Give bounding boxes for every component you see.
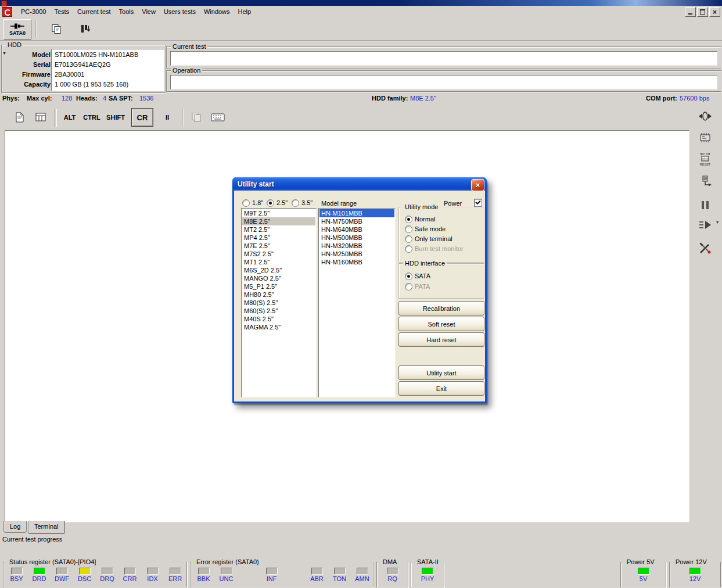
- menu-users-tests[interactable]: Users tests: [160, 6, 200, 17]
- led-abr: ABR: [306, 568, 328, 582]
- family-item[interactable]: M7E 2.5": [242, 242, 315, 250]
- restore-button[interactable]: [697, 7, 708, 17]
- exit-button[interactable]: Exit: [398, 381, 484, 396]
- led-idx: IDX: [141, 568, 164, 582]
- dialog-close-button[interactable]: [471, 179, 484, 191]
- mode-radio-safe-mode[interactable]: Safe mode: [405, 225, 446, 233]
- menu-tests[interactable]: Tests: [50, 6, 73, 17]
- model-item[interactable]: HN-M320MBB: [319, 242, 394, 250]
- shift-key-button[interactable]: SHIFT: [104, 109, 127, 126]
- family-item[interactable]: MH80 2.5": [242, 291, 315, 299]
- family-item[interactable]: M40S 2.5": [242, 315, 315, 323]
- alt-key-button[interactable]: ALT: [60, 109, 80, 126]
- tools-button[interactable]: [695, 239, 716, 257]
- size-radio-2-5[interactable]: 2.5": [267, 199, 288, 207]
- mode-radio-normal[interactable]: Normal: [405, 216, 435, 223]
- menu-tools[interactable]: Tools: [115, 6, 138, 17]
- family-item[interactable]: M5_P1 2.5": [242, 282, 315, 291]
- led-label: BBK: [197, 576, 210, 582]
- family-item[interactable]: MT1 2.5": [242, 258, 315, 266]
- script-button[interactable]: [77, 20, 94, 38]
- com-port-value: 57600 bps: [680, 94, 709, 103]
- sata-connector-icon: [10, 23, 25, 30]
- size-radio-label: 1.8": [252, 199, 263, 207]
- run-options-chevron-icon[interactable]: [716, 220, 719, 225]
- family-item[interactable]: MP4 2.5": [242, 234, 315, 242]
- family-item[interactable]: M60(S) 2.5": [242, 307, 315, 315]
- restore-icon: [700, 9, 705, 15]
- sata0-device-button[interactable]: SATA0: [3, 19, 31, 40]
- led-indicator: [422, 568, 433, 575]
- copy-button[interactable]: [48, 20, 65, 38]
- hard-reset-button[interactable]: Hard reset: [398, 332, 484, 347]
- family-item-selected[interactable]: M8E 2.5": [242, 217, 315, 225]
- power-checkbox[interactable]: [474, 199, 482, 207]
- menu-current-test[interactable]: Current test: [73, 6, 114, 17]
- interface-radio-pata: PATA: [405, 283, 430, 291]
- model-item[interactable]: HN-M640MBB: [319, 225, 394, 234]
- model-item[interactable]: HN-M160MBB: [319, 258, 394, 266]
- copy-terminal-button[interactable]: [188, 109, 205, 126]
- window-titlebar[interactable]: [0, 0, 722, 6]
- script-icon: [80, 24, 91, 34]
- utility-start-button[interactable]: Utility start: [398, 365, 484, 380]
- radio-icon: [405, 216, 412, 223]
- close-icon: [476, 181, 480, 189]
- family-listbox[interactable]: M9T 2.5" M8E 2.5" MT2 2.5" MP4 2.5" M7E …: [241, 208, 317, 397]
- pause-button[interactable]: [695, 196, 716, 214]
- radio-icon: [267, 199, 274, 207]
- led-label: TON: [333, 576, 346, 582]
- family-item[interactable]: M6S_2D 2.5": [242, 266, 315, 274]
- run-button[interactable]: [695, 216, 716, 234]
- window-controls: [685, 7, 720, 17]
- dialog-titlebar[interactable]: Utility start: [232, 177, 487, 191]
- minimize-button[interactable]: [685, 7, 696, 17]
- recalibration-button[interactable]: Recalibration: [398, 301, 484, 315]
- rom-button[interactable]: [695, 129, 716, 146]
- hdd-power-button[interactable]: [695, 107, 716, 125]
- menu-view[interactable]: View: [138, 6, 160, 17]
- model-listbox[interactable]: HN-M101MBB HN-M750MBB HN-M640MBB HN-M500…: [318, 208, 396, 397]
- interface-radio-sata[interactable]: SATA: [405, 273, 430, 280]
- terminal-panel-button[interactable]: [32, 109, 49, 126]
- family-item[interactable]: MT2 2.5": [242, 225, 315, 234]
- cr-key-button[interactable]: CR: [131, 108, 153, 127]
- family-item[interactable]: M7S2 2.5": [242, 250, 315, 258]
- family-item[interactable]: MANGO 2.5": [242, 274, 315, 282]
- pause-terminal-button[interactable]: II: [158, 109, 177, 126]
- led-indicator: [147, 568, 159, 575]
- mode-radio-label: Only terminal: [415, 235, 452, 243]
- drive-info-bar: Phys: Max cyl: 128 Heads: 4 SA SPT: 1536…: [0, 94, 722, 103]
- model-item-selected[interactable]: HN-M101MBB: [319, 209, 394, 217]
- size-radio-3-5[interactable]: 3.5": [292, 199, 312, 207]
- size-radio-1-8[interactable]: 1.8": [242, 199, 263, 207]
- toolbar-separator: [35, 20, 37, 38]
- model-item[interactable]: HN-M500MBB: [319, 234, 394, 242]
- status-register-group: Status register (SATA0)-[PIO4] BSY DRD D…: [3, 562, 187, 587]
- clear-terminal-button[interactable]: [11, 109, 28, 126]
- led-unc: UNC: [215, 568, 238, 582]
- menu-help[interactable]: Help: [234, 6, 256, 17]
- model-item[interactable]: HN-M750MBB: [319, 217, 394, 225]
- hdd-model-label: Model: [0, 51, 51, 59]
- ctrl-key-button[interactable]: CTRL: [81, 109, 103, 126]
- family-item[interactable]: M9T 2.5": [242, 209, 315, 217]
- keyboard-button[interactable]: [209, 109, 227, 126]
- tab-log[interactable]: Log: [3, 521, 27, 533]
- close-button[interactable]: [709, 7, 720, 17]
- hdd-firmware-value: 2BA30001: [55, 70, 84, 79]
- connector-button[interactable]: [695, 173, 716, 191]
- menu-windows[interactable]: Windows: [200, 6, 234, 17]
- mode-radio-only-terminal[interactable]: Only terminal: [405, 235, 452, 243]
- dialog-body: 1.8" 2.5" 3.5" Model range Power M9T 2.5…: [234, 191, 485, 401]
- family-item[interactable]: MAGMA 2.5": [242, 323, 315, 331]
- soft-reset-button[interactable]: Soft reset: [398, 317, 484, 331]
- tab-terminal[interactable]: Terminal: [28, 521, 65, 534]
- family-item[interactable]: M80(S) 2.5": [242, 299, 315, 307]
- error-register-group: Error register (SATA0) BBK UNC INF ABR: [190, 562, 373, 587]
- reset-button[interactable]: 1010 RESET: [695, 149, 716, 170]
- radio-icon: [405, 235, 412, 243]
- operation-group: Operation: [166, 70, 721, 92]
- menu-pc3000[interactable]: PC-3000: [17, 6, 50, 17]
- model-item[interactable]: HN-M250MBB: [319, 250, 394, 258]
